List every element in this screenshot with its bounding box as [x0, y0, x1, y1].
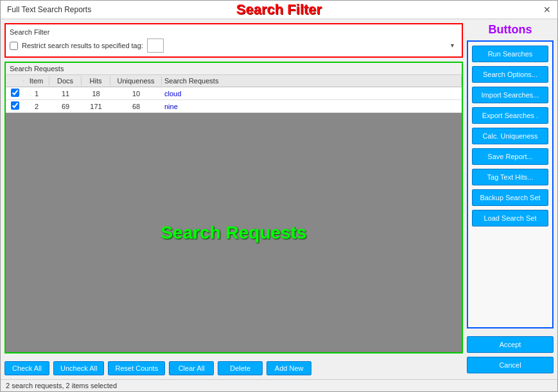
tag-dropdown[interactable]	[147, 38, 164, 53]
row2-check[interactable]	[6, 101, 24, 112]
tag-dropdown-wrapper	[147, 38, 458, 53]
cancel-button[interactable]: Cancel	[467, 357, 554, 373]
tag-text-hits-button[interactable]: Tag Text Hits...	[472, 169, 548, 185]
right-buttons-box: Run Searches Search Options... Import Se…	[467, 40, 554, 328]
export-searches-button[interactable]: Export Searches .	[472, 107, 548, 124]
col-header-check	[6, 80, 24, 81]
table-row[interactable]: 1 11 18 10 cloud	[6, 87, 462, 100]
col-header-requests: Search Requests	[162, 76, 462, 85]
search-filter-box: Search Filter Restrict search results to…	[4, 23, 463, 58]
filter-row: Restrict search results to specified tag…	[10, 38, 458, 53]
search-requests-box: Search Requests Item Docs Hits Uniquenes…	[4, 62, 463, 354]
row1-hits: 18	[82, 89, 110, 98]
close-button[interactable]: ✕	[543, 4, 551, 15]
row1-uniqueness: 10	[110, 89, 162, 98]
main-content: Search Filter Restrict search results to…	[1, 19, 557, 379]
status-text: 2 search requests, 2 items selected	[6, 382, 117, 389]
row1-item: 1	[24, 89, 49, 98]
col-header-docs: Docs	[49, 76, 82, 85]
table-empty-area: Search Requests	[6, 113, 462, 352]
search-requests-watermark: Search Requests	[161, 223, 306, 243]
reset-counts-button[interactable]: Reset Counts	[108, 361, 165, 375]
row2-docs: 69	[49, 102, 82, 111]
title-bar: Full Text Search Reports Search Filter ✕	[1, 1, 557, 19]
load-search-set-button[interactable]: Load Search Set	[472, 210, 548, 226]
table-row[interactable]: 2 69 171 68 nine	[6, 100, 462, 113]
row2-item: 2	[24, 102, 49, 111]
run-searches-button[interactable]: Run Searches	[472, 46, 548, 62]
table-body: Item Docs Hits Uniqueness Search Request…	[6, 75, 462, 113]
add-new-button[interactable]: Add New	[266, 361, 311, 375]
right-panel: Buttons Run Searches Search Options... I…	[467, 23, 554, 375]
search-requests-header: Search Requests	[6, 63, 462, 75]
restrict-tag-label: Restrict search results to specified tag…	[22, 42, 143, 49]
row2-request: nine	[162, 102, 462, 111]
window-title: Full Text Search Reports	[7, 5, 91, 14]
row2-uniqueness: 68	[110, 102, 162, 111]
col-header-item: Item	[24, 76, 49, 85]
restrict-tag-checkbox[interactable]	[10, 42, 18, 50]
table-header: Item Docs Hits Uniqueness Search Request…	[6, 75, 462, 87]
main-window: Full Text Search Reports Search Filter ✕…	[0, 0, 558, 392]
col-header-uniqueness: Uniqueness	[110, 76, 162, 85]
accept-button[interactable]: Accept	[467, 336, 554, 353]
delete-button[interactable]: Delete	[218, 361, 263, 375]
col-header-hits: Hits	[82, 76, 110, 85]
uncheck-all-button[interactable]: Uncheck All	[53, 361, 104, 375]
right-bottom-buttons: Accept Cancel	[467, 332, 554, 375]
save-report-button[interactable]: Save Report...	[472, 148, 548, 165]
search-options-button[interactable]: Search Options...	[472, 66, 548, 83]
search-filter-label: Search Filter	[10, 28, 458, 36]
status-bar: 2 search requests, 2 items selected	[1, 379, 557, 391]
page-title: Search Filter	[236, 1, 322, 18]
row1-check[interactable]	[6, 88, 24, 99]
check-all-button[interactable]: Check All	[4, 361, 49, 375]
row1-docs: 11	[49, 89, 82, 98]
row2-hits: 171	[82, 102, 110, 111]
import-searches-button[interactable]: Import Searches...	[472, 87, 548, 103]
row1-request: cloud	[162, 89, 462, 98]
backup-search-set-button[interactable]: Backup Search Set	[472, 189, 548, 206]
right-panel-label: Buttons	[467, 23, 554, 37]
clear-all-button[interactable]: Clear All	[169, 361, 214, 375]
left-panel: Search Filter Restrict search results to…	[4, 23, 463, 375]
bottom-buttons: Check All Uncheck All Reset Counts Clear…	[4, 357, 463, 375]
calc-uniqueness-button[interactable]: Calc. Uniqueness	[472, 128, 548, 144]
